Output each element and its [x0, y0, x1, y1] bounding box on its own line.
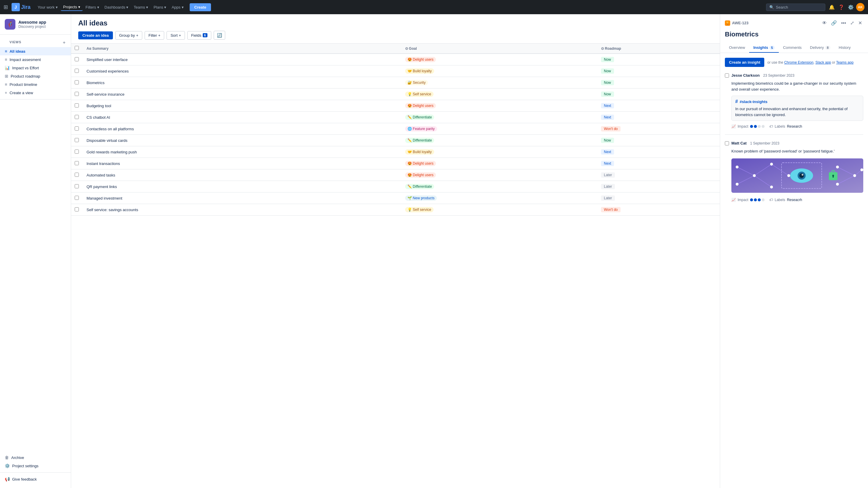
- detail-id: 🏆 AWE-123: [725, 21, 749, 26]
- share-button[interactable]: 🔗: [830, 19, 838, 27]
- insight-item-1: Jesse Clarkson 23 September 2023 Impleme…: [725, 73, 863, 135]
- sidebar-item-product-roadmap[interactable]: ⊞Product roadmap: [0, 72, 71, 80]
- row-checkbox-7[interactable]: [75, 138, 79, 142]
- insight-body-2: Known problem of 'password overload' or …: [725, 149, 863, 154]
- table-row[interactable]: Customised experiences 🤝 Build loyalty N…: [71, 65, 720, 77]
- sidebar-item-all-ideas[interactable]: ≡All ideas: [0, 47, 71, 55]
- add-view-button[interactable]: +: [62, 39, 66, 46]
- detail-tab-history[interactable]: History: [835, 43, 855, 53]
- table-row[interactable]: Budgeting tool 😍 Delight users Next: [71, 100, 720, 111]
- expand-button[interactable]: ⤢: [849, 19, 855, 27]
- sidebar-label-1: Impact assesment: [9, 58, 41, 62]
- close-button[interactable]: ✕: [857, 19, 863, 27]
- create-insight-button[interactable]: Create an insight: [725, 58, 764, 67]
- nav-item-dashboards[interactable]: Dashboards ▾: [102, 4, 131, 11]
- sidebar-item-impact-vs-effort[interactable]: 📊Impact vs Effort: [0, 64, 71, 72]
- sidebar-item-feedback[interactable]: 📢 Give feedback: [0, 475, 71, 483]
- row-goal-9: 😍 Delight users: [402, 158, 597, 169]
- table-row[interactable]: Managed investment 🌱 New products Later: [71, 193, 720, 204]
- row-goal-5: ✏️ Differentiate: [402, 111, 597, 123]
- select-all-checkbox[interactable]: [75, 46, 79, 50]
- insight-body-1: Implementing biometrics could be a game-…: [725, 80, 863, 92]
- table-row[interactable]: Automated tasks 😍 Delight users Later: [71, 169, 720, 181]
- table-row[interactable]: Gold rewards marketing push 🤝 Build loya…: [71, 146, 720, 158]
- table-row[interactable]: Simplified user interface 😍 Delight user…: [71, 54, 720, 65]
- summary-col-label: Summary: [92, 46, 108, 51]
- detail-tab-overview[interactable]: Overview: [725, 43, 749, 53]
- label-value-2: Reseacrh: [787, 198, 802, 202]
- insight-author-1: Jesse Clarkson: [732, 73, 760, 77]
- sidebar-item-archive[interactable]: 🗑 Archive: [0, 453, 71, 462]
- row-summary-8: Gold rewards marketing push: [83, 146, 402, 158]
- row-checkbox-10[interactable]: [75, 173, 79, 177]
- row-check-4: [71, 100, 83, 111]
- detail-tab-insights[interactable]: Insights5: [749, 43, 779, 53]
- row-checkbox-1[interactable]: [75, 69, 79, 73]
- col-header-summary: Aα Summary: [83, 43, 402, 54]
- user-avatar[interactable]: AK: [856, 3, 864, 11]
- row-checkbox-8[interactable]: [75, 150, 79, 154]
- table-row[interactable]: Self service: savings accounts 💡 Self se…: [71, 204, 720, 216]
- table-row[interactable]: Instant transactions 😍 Delight users Nex…: [71, 158, 720, 169]
- page-title: All ideas: [78, 19, 713, 27]
- slack-app-link[interactable]: Slack app: [815, 60, 831, 65]
- nav-item-plans[interactable]: Plans ▾: [151, 4, 168, 11]
- help-icon[interactable]: ❓: [837, 3, 845, 11]
- filter-button[interactable]: Filter +: [145, 31, 164, 40]
- sidebar-item-impact-assesment[interactable]: ≡Impact assesment: [0, 55, 71, 64]
- detail-tab-comments[interactable]: Comments: [779, 43, 806, 53]
- notifications-icon[interactable]: 🔔: [828, 3, 836, 11]
- more-button[interactable]: •••: [840, 19, 847, 27]
- watch-button[interactable]: 👁: [821, 19, 828, 27]
- row-checkbox-4[interactable]: [75, 103, 79, 107]
- row-checkbox-11[interactable]: [75, 184, 79, 188]
- row-checkbox-6[interactable]: [75, 126, 79, 131]
- sidebar-label-5: Create a view: [9, 91, 33, 95]
- row-checkbox-12[interactable]: [75, 196, 79, 200]
- create-button[interactable]: Create: [190, 3, 211, 11]
- nav-item-filters[interactable]: Filters ▾: [83, 4, 102, 11]
- row-checkbox-3[interactable]: [75, 92, 79, 96]
- create-idea-button[interactable]: Create an idea: [78, 31, 113, 39]
- search-bar[interactable]: 🔍 Search: [766, 4, 825, 11]
- nav-item-teams[interactable]: Teams ▾: [131, 4, 151, 11]
- roadmap-tag-8: Next: [601, 149, 614, 155]
- row-checkbox-9[interactable]: [75, 161, 79, 165]
- group-by-button[interactable]: Group by +: [115, 31, 142, 40]
- row-checkbox-2[interactable]: [75, 80, 79, 85]
- nav-item-projects[interactable]: Projects ▾: [61, 4, 83, 11]
- table-row[interactable]: Contactless on all platforms 🌐 Feature p…: [71, 123, 720, 135]
- sort-button[interactable]: Sort +: [166, 31, 185, 40]
- slack-channel-1: #slack-insights: [740, 99, 768, 104]
- table-row[interactable]: Self-service insurance 💡 Self service No…: [71, 89, 720, 100]
- row-checkbox-5[interactable]: [75, 115, 79, 119]
- table-row[interactable]: Disposable virtual cards ✏️ Differentiat…: [71, 135, 720, 146]
- detail-panel: 🏆 AWE-123 👁 🔗 ••• ⤢ ✕ Biometrics Overvie…: [720, 14, 868, 488]
- sidebar-item-project-settings[interactable]: ⚙️ Project settings: [0, 462, 71, 470]
- row-roadmap-10: Later: [597, 169, 720, 181]
- insight-checkbox-1[interactable]: [725, 73, 729, 77]
- teams-app-link[interactable]: Teams app: [836, 60, 854, 65]
- detail-tab-delivery[interactable]: Delivery8: [806, 43, 835, 53]
- feedback-icon: 📢: [5, 477, 10, 482]
- nav-item-your-work[interactable]: Your work ▾: [35, 4, 60, 11]
- fields-button[interactable]: Fields 6: [187, 31, 211, 40]
- settings-icon[interactable]: ⚙️: [847, 3, 855, 11]
- roadmap-col-icon: ⊙: [601, 46, 604, 51]
- sidebar-icon-3: ⊞: [5, 74, 8, 78]
- grid-icon[interactable]: ⊞: [4, 4, 8, 10]
- row-checkbox-13[interactable]: [75, 207, 79, 212]
- ideas-table-body: Simplified user interface 😍 Delight user…: [71, 54, 720, 216]
- sidebar-item-product-timeline[interactable]: ≡Product timeline: [0, 80, 71, 89]
- sidebar-item-create-a-view[interactable]: +Create a view: [0, 89, 71, 97]
- row-checkbox-0[interactable]: [75, 57, 79, 61]
- table-row[interactable]: CS chatbot AI ✏️ Differentiate Next: [71, 111, 720, 123]
- table-row[interactable]: QR payment links ✏️ Differentiate Later: [71, 181, 720, 193]
- jira-logo[interactable]: J Jira: [11, 3, 31, 11]
- tab-badge-insights: 5: [769, 45, 775, 50]
- insight-checkbox-2[interactable]: [725, 141, 729, 145]
- nav-item-apps[interactable]: Apps ▾: [169, 4, 186, 11]
- chrome-extension-link[interactable]: Chrome Extension: [784, 60, 813, 65]
- refresh-button[interactable]: 🔄: [214, 31, 225, 40]
- table-row[interactable]: Biometrics 🔐 Security Now: [71, 77, 720, 89]
